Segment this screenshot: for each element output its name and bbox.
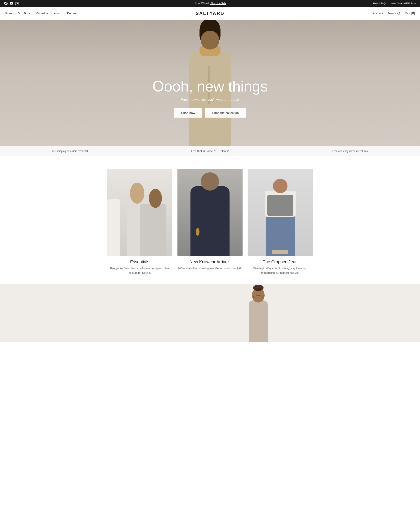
product-card-jean-title: The Cropped Jean (263, 260, 298, 264)
help-link[interactable]: Help & FAQs (373, 2, 387, 5)
teaser-figure-body (249, 300, 268, 342)
product-figure-3-head (273, 179, 287, 193)
hero-subtitle-plain: Fresh (181, 98, 191, 101)
product-card-knitwear-title: New Knitwear Arrivals (190, 260, 231, 264)
cart-icon (411, 12, 415, 15)
info-shipping-text: Free shipping on orders over $100 (51, 150, 89, 153)
logo[interactable]: SALTYARD (195, 11, 224, 16)
cart-button[interactable]: Cart (405, 12, 415, 15)
product-figure-2-body (191, 186, 229, 256)
info-strip-item-collect: Free Click & Collect to US stores* (140, 146, 280, 156)
product-figure-3-vest (267, 195, 293, 216)
hero-section: Oooh, new things Fresh new styles you'll… (0, 20, 420, 146)
announcement-center: Up to 50% off. Shop the Sale (194, 2, 226, 5)
hero-subtitle-italic: new styles (191, 98, 206, 101)
product-card-essentials-desc: Everyones favourites, you'll wear on rep… (107, 266, 172, 275)
nav-left: Store Our Story Magazine About Demos (5, 12, 76, 15)
shop-collection-button[interactable]: Shop the collection (205, 108, 246, 118)
account-link[interactable]: Account (373, 12, 383, 15)
product-card-essentials[interactable]: Essentials Everyones favourites, you'll … (107, 169, 172, 275)
hero-title: Oooh, new things (152, 78, 268, 95)
product-figure-2 (177, 169, 243, 256)
sale-text: Up to 50% off. (194, 2, 210, 5)
info-strip-item-shipping: Free shipping on orders over $100 (0, 146, 140, 156)
currency-label: United States (USD $) (390, 2, 413, 5)
nav-item-our-story[interactable]: Our Story (18, 12, 30, 15)
currency-selector[interactable]: United States (USD $) (390, 2, 416, 5)
product-figure-3 (248, 169, 313, 256)
product-card-knitwear-desc: 100% extra-fine mulesing free Merino woo… (178, 266, 242, 271)
product-grid: Essentials Everyones favourites, you'll … (107, 169, 313, 275)
facebook-icon[interactable] (4, 2, 8, 5)
shop-now-button[interactable]: Shop now (174, 108, 202, 118)
product-card-jean[interactable]: The Cropped Jean Way high. Way cute. And… (248, 169, 313, 275)
youtube-icon[interactable] (10, 2, 13, 5)
product-figure-1 (107, 169, 172, 256)
product-image-knitwear (177, 169, 243, 256)
search-button[interactable]: Search (387, 12, 401, 15)
hero-buttons: Shop now Shop the collection (152, 108, 268, 118)
hero-subtitle: Fresh new styles you'll wear on repeat (152, 98, 268, 102)
nav-right: Account Search Cart (373, 12, 415, 15)
svg-point-0 (398, 12, 400, 15)
instagram-icon[interactable] (15, 2, 18, 5)
product-figure-2-head (201, 172, 219, 191)
product-card-knitwear[interactable]: New Knitwear Arrivals 100% extra-fine mu… (177, 169, 243, 275)
currency-chevron-icon (414, 2, 416, 4)
announcement-right: Help & FAQs United States (USD $) (373, 2, 416, 5)
svg-line-1 (400, 14, 401, 15)
search-icon (397, 12, 401, 15)
sale-link[interactable]: Shop the Sale (210, 2, 226, 5)
product-card-essentials-title: Essentials (130, 260, 149, 264)
cart-label: Cart (405, 12, 410, 15)
product-image-essentials (107, 169, 172, 256)
bottom-teaser-section (0, 284, 420, 342)
search-label: Search (387, 12, 396, 15)
info-strip: Free shipping on orders over $100 Free C… (0, 146, 420, 156)
social-icons (4, 2, 18, 5)
hero-content: Oooh, new things Fresh new styles you'll… (152, 78, 268, 117)
info-strip-item-returns: Free and easy domestic returns (280, 146, 420, 156)
nav-item-demos[interactable]: Demos (67, 12, 76, 15)
info-collect-text: Free Click & Collect to US stores* (191, 150, 229, 153)
product-card-jean-desc: Way high. Way cute. And way, way flatter… (248, 266, 313, 275)
nav-item-store[interactable]: Store (5, 12, 12, 15)
info-returns-text: Free and easy domestic returns (332, 150, 368, 153)
main-header: Store Our Story Magazine About Demos SAL… (0, 7, 420, 20)
announcement-bar: Up to 50% off. Shop the Sale Help & FAQs… (0, 0, 420, 7)
product-section: Essentials Everyones favourites, you'll … (0, 156, 420, 284)
teaser-figure-head (252, 288, 265, 303)
hero-subtitle-end: you'll wear on repeat (207, 98, 239, 101)
product-image-jean (248, 169, 313, 256)
teaser-figure (239, 290, 277, 342)
nav-item-magazine[interactable]: Magazine (36, 12, 48, 15)
nav-item-about[interactable]: About (54, 12, 61, 15)
